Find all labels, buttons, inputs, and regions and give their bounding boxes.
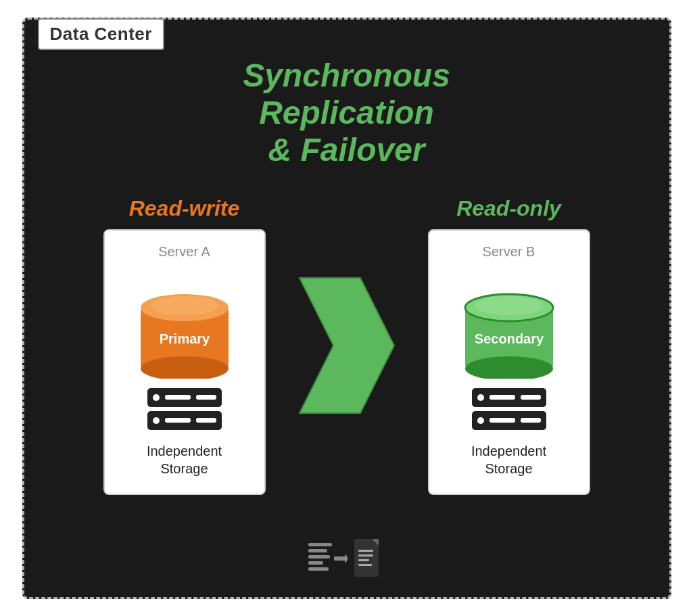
svg-rect-21 bbox=[358, 554, 373, 556]
svg-rect-16 bbox=[308, 567, 329, 571]
svg-rect-14 bbox=[308, 555, 330, 559]
primary-storage-label: Independent Storage bbox=[147, 442, 222, 477]
rack-bar-short bbox=[196, 395, 216, 400]
title-line3: & Failover bbox=[268, 132, 425, 168]
svg-marker-17 bbox=[334, 554, 348, 563]
chevron-icon bbox=[293, 271, 401, 420]
sec-rack-unit-1 bbox=[472, 388, 546, 407]
sec-rack-circle-2 bbox=[477, 417, 484, 424]
svg-text:Primary: Primary bbox=[159, 331, 210, 346]
svg-rect-13 bbox=[308, 549, 327, 552]
secondary-storage-rack bbox=[472, 388, 546, 430]
rack-unit-2 bbox=[147, 411, 222, 430]
title-text: Synchronous Replication & Failover bbox=[243, 57, 450, 169]
secondary-storage-label: Independent Storage bbox=[471, 442, 546, 477]
svg-rect-15 bbox=[308, 561, 323, 565]
log-lines-icon bbox=[307, 538, 348, 578]
title-line1: Synchronous bbox=[243, 57, 450, 93]
secondary-db-icon: Secondary bbox=[458, 270, 560, 379]
primary-server-name: Server A bbox=[158, 244, 210, 260]
svg-rect-20 bbox=[358, 550, 373, 552]
svg-rect-22 bbox=[358, 559, 369, 561]
rack-bar-short-2 bbox=[196, 418, 216, 423]
sec-rack-bar-short bbox=[521, 395, 541, 400]
sec-rack-bar-2 bbox=[489, 418, 515, 423]
svg-rect-12 bbox=[308, 543, 332, 546]
secondary-role-label: Read-only bbox=[456, 196, 561, 221]
rack-bar-2 bbox=[165, 418, 191, 423]
sec-rack-unit-2 bbox=[472, 411, 546, 430]
svg-rect-23 bbox=[358, 564, 372, 566]
secondary-server-name: Server B bbox=[483, 244, 535, 260]
svg-text:Secondary: Secondary bbox=[474, 331, 544, 346]
svg-point-3 bbox=[151, 296, 218, 315]
title-line2: Replication bbox=[259, 95, 434, 131]
primary-role-label: Read-write bbox=[129, 196, 240, 221]
bottom-icons bbox=[307, 538, 387, 578]
data-center-label: Data Center bbox=[38, 18, 164, 50]
rack-circle-2 bbox=[153, 417, 160, 424]
data-center-container: Data Center Synchronous Replication & Fa… bbox=[22, 18, 671, 599]
sec-rack-bar bbox=[489, 395, 515, 400]
rack-unit-1 bbox=[147, 388, 222, 407]
sec-rack-circle bbox=[477, 394, 484, 401]
secondary-server-wrapper: Read-only Server B bbox=[428, 196, 590, 495]
data-center-text: Data Center bbox=[50, 24, 152, 44]
secondary-server-card: Server B Secondary bbox=[428, 229, 590, 495]
replication-arrow bbox=[286, 271, 408, 420]
primary-server-wrapper: Read-write Server A Primary bbox=[103, 196, 266, 495]
svg-point-10 bbox=[475, 296, 543, 315]
content-area: Read-write Server A Primary bbox=[24, 162, 669, 529]
svg-marker-5 bbox=[300, 278, 394, 413]
title-section: Synchronous Replication & Failover bbox=[243, 57, 450, 169]
sec-rack-bar-short-2 bbox=[521, 418, 541, 423]
svg-rect-18 bbox=[354, 539, 379, 577]
rack-circle bbox=[153, 394, 160, 401]
rack-bar bbox=[165, 395, 191, 400]
primary-storage-rack bbox=[147, 388, 222, 430]
primary-db-icon: Primary bbox=[134, 270, 235, 379]
primary-server-card: Server A Primary bbox=[103, 229, 266, 495]
document-icon bbox=[352, 538, 387, 578]
